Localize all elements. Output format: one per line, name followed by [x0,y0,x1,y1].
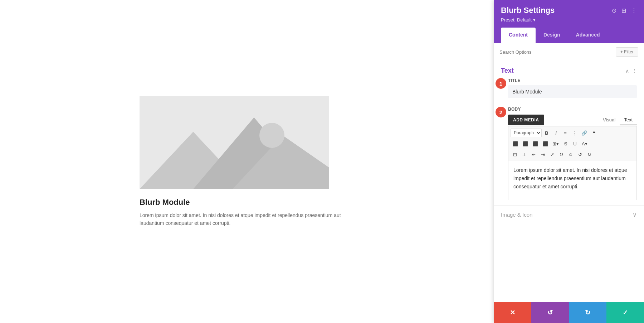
image-icon-title: Image & Icon [501,212,532,218]
clear-format-button[interactable]: T̶ [520,150,528,159]
ul-button[interactable]: ≡ [561,129,570,137]
toolbar-row-2: ⬛ ⬛ ⬛ ⬛ ⊞▾ S U A▾ [511,139,634,149]
link-button[interactable]: 🔗 [580,129,589,137]
step-badge-1: 1 [496,78,506,89]
panel-header-icons: ⊙ ⊞ ⋮ [612,7,637,14]
section-more-icon[interactable]: ⋮ [632,68,637,74]
panel-header: Blurb Settings ⊙ ⊞ ⋮ Preset: Default ▾ C… [494,0,644,43]
grid-icon[interactable]: ⊞ [621,7,626,14]
body-field-group: 2 Body ADD MEDIA Visual Text [501,107,644,205]
editor-content[interactable]: Lorem ipsum dolor sit amet. In nisi dolo… [508,161,637,200]
blurb-preview: Blurb Module Lorem ipsum dolor sit amet.… [140,96,354,227]
preview-area: Blurb Module Lorem ipsum dolor sit amet.… [0,0,494,323]
section-controls: ∧ ⋮ [625,68,637,74]
title-field-group: 1 Title [501,78,644,103]
visual-text-tabs: Visual Text [599,115,637,125]
target-icon[interactable]: ⊙ [612,7,616,14]
save-button[interactable]: ✓ [606,302,644,323]
table-button[interactable]: ⊞▾ [551,139,561,148]
dots-icon[interactable]: ⋮ [631,7,637,14]
fullscreen-button[interactable]: ⤢ [548,150,556,159]
paragraph-select[interactable]: Paragraph Heading 1 Heading 2 Heading 3 [511,129,542,137]
undo-button[interactable]: ↺ [576,150,584,159]
emoji-button[interactable]: ☺ [566,150,575,159]
tab-design[interactable]: Design [536,28,568,43]
panel-title: Blurb Settings [501,6,555,15]
preview-title: Blurb Module [140,198,354,207]
collapse-icon: ∨ [633,211,637,218]
indent-right-button[interactable]: ⇥ [538,150,547,159]
search-bar: + Filter [494,43,644,61]
body-field-label: Body [508,107,637,112]
align-justify-button[interactable]: ⬛ [541,139,550,148]
toolbar-row-3: ⊡ T̶ ⇤ ⇥ ⤢ Ω ☺ ↺ ↻ [511,149,634,159]
text-section-header: Text ∧ ⋮ [494,61,644,78]
panel-header-top: Blurb Settings ⊙ ⊞ ⋮ [501,6,637,15]
color-button[interactable]: A▾ [580,139,589,148]
tab-visual[interactable]: Visual [599,115,620,125]
editor-top-row: ADD MEDIA Visual Text [508,115,637,125]
align-left-button[interactable]: ⬛ [511,139,520,148]
blurb-image [140,96,329,189]
strikethrough-button[interactable]: S [561,139,570,148]
title-field-label: Title [508,78,637,83]
preview-body: Lorem ipsum dolor sit amet. In nisi dolo… [140,211,354,227]
tab-text[interactable]: Text [620,115,637,125]
undo-footer-button[interactable]: ↺ [531,302,569,323]
underline-button[interactable]: U [571,139,579,148]
bold-button[interactable]: B [542,129,551,137]
editor-toolbar: Paragraph Heading 1 Heading 2 Heading 3 … [508,126,637,161]
title-input[interactable] [508,85,637,98]
special-char-button[interactable]: Ω [557,150,566,159]
search-input[interactable] [499,49,612,55]
tab-content[interactable]: Content [501,28,536,43]
align-right-button[interactable]: ⬛ [531,139,540,148]
quote-button[interactable]: ❝ [590,129,598,137]
image-icon-section[interactable]: Image & Icon ∨ [494,205,644,224]
align-center-button[interactable]: ⬛ [521,139,530,148]
filter-button[interactable]: + Filter [616,47,638,57]
settings-panel: Blurb Settings ⊙ ⊞ ⋮ Preset: Default ▾ C… [494,0,644,323]
redo-footer-button[interactable]: ↻ [569,302,606,323]
indent-left-button[interactable]: ⇤ [529,150,538,159]
add-media-button[interactable]: ADD MEDIA [508,115,544,125]
redo-button[interactable]: ↻ [585,150,594,159]
chevron-up-icon[interactable]: ∧ [625,68,629,74]
text-section-title: Text [501,67,514,74]
toolbar-row-1: Paragraph Heading 1 Heading 2 Heading 3 … [511,128,634,138]
cancel-button[interactable]: ✕ [494,302,531,323]
italic-button[interactable]: I [552,129,560,137]
panel-body: + Filter Text ∧ ⋮ 1 Title 2 Body [494,43,644,302]
tab-advanced[interactable]: Advanced [568,28,608,43]
preset-label[interactable]: Preset: Default ▾ [501,17,637,23]
panel-footer: ✕ ↺ ↻ ✓ [494,302,644,323]
step-badge-2: 2 [496,107,506,117]
panel-tabs: Content Design Advanced [501,28,637,43]
paste-button[interactable]: ⊡ [511,150,519,159]
svg-point-4 [259,123,284,148]
ol-button[interactable]: ⋮ [570,129,579,137]
